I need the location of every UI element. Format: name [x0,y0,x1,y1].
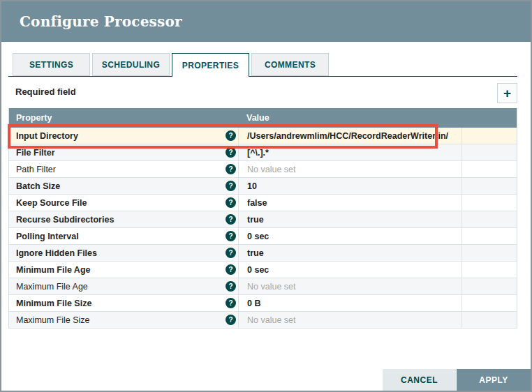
property-row[interactable]: Keep Source File?false [9,195,517,211]
property-name: Batch Size [16,181,60,191]
property-value-cell[interactable]: No value set [238,312,461,328]
property-name: Input Directory [16,131,78,141]
help-icon[interactable]: ? [226,130,236,141]
tab-settings[interactable]: SETTINGS [13,53,90,76]
property-name: Minimum File Size [16,299,91,308]
property-row[interactable]: Input Directory?/Users/andrewmlim/HCC/Re… [9,128,517,144]
property-value-cell[interactable]: [^\.].* [238,144,461,160]
row-actions-cell [461,262,517,278]
row-actions-cell [461,245,517,261]
row-actions-cell [461,161,517,177]
property-name: Maximum File Age [16,282,88,292]
property-name-cell: Maximum File Age? [9,278,238,294]
row-actions-cell [461,195,517,211]
help-icon[interactable]: ? [226,164,236,174]
property-value-cell[interactable]: true [238,245,461,261]
property-row[interactable]: Minimum File Age?0 sec [9,262,517,278]
property-name-cell: Polling Interval? [9,228,238,244]
property-name-cell: Batch Size? [9,178,238,194]
property-value: 0 B [247,299,260,308]
dialog-header: Configure Processor [1,1,531,42]
property-value: true [247,215,264,225]
property-name-cell: Recurse Subdirectories? [9,211,238,227]
tab-bar: SETTINGS SCHEDULING PROPERTIES COMMENTS [13,53,331,77]
property-value-cell[interactable]: No value set [238,278,461,294]
property-value-cell[interactable]: No value set [238,161,461,177]
help-icon[interactable]: ? [226,281,236,292]
table-header-row: Property Value [9,108,517,128]
properties-table-body: Input Directory?/Users/andrewmlim/HCC/Re… [9,128,517,329]
property-value: true [247,248,264,258]
property-value: 10 [247,181,257,191]
help-icon[interactable]: ? [226,298,236,308]
property-name-cell: File Filter? [9,144,238,160]
tab-underline [8,76,517,77]
property-name: Keep Source File [16,198,87,208]
property-name-cell: Minimum File Age? [9,262,238,278]
property-name-cell: Keep Source File? [9,195,238,211]
property-row[interactable]: Minimum File Size?0 B [9,295,517,312]
property-name: Ignore Hidden Files [16,248,97,258]
property-value: No value set [247,282,295,292]
property-value: 0 sec [247,232,269,241]
property-name: File Filter [16,148,55,158]
property-name: Minimum File Age [16,265,91,275]
row-actions-cell [461,144,517,160]
help-icon[interactable]: ? [226,181,236,191]
property-value-cell[interactable]: 0 B [238,295,461,311]
help-icon[interactable]: ? [226,197,236,208]
property-row[interactable]: File Filter?[^\.].* [9,144,517,161]
tab-properties[interactable]: PROPERTIES [172,53,249,77]
row-actions-cell [461,278,517,294]
property-value-cell[interactable]: 0 sec [238,228,461,244]
row-actions-cell [461,211,517,227]
column-header-value: Value [238,113,461,123]
property-name-cell: Maximum File Size? [9,312,238,328]
property-value: false [247,198,267,208]
help-icon[interactable]: ? [226,231,236,241]
configure-processor-dialog: Configure Processor SETTINGS SCHEDULING … [0,0,532,392]
row-actions-cell [461,295,517,311]
property-row[interactable]: Batch Size?10 [9,178,517,195]
properties-table: Property Value Input Directory?/Users/an… [8,108,517,329]
property-name: Polling Interval [16,232,79,241]
property-row[interactable]: Maximum File Size?No value set [9,312,517,329]
property-value: No value set [247,315,295,325]
property-value-cell[interactable]: 0 sec [238,262,461,278]
property-row[interactable]: Ignore Hidden Files?true [9,245,517,262]
property-value: [^\.].* [247,148,269,158]
property-value: 0 sec [247,265,269,275]
property-value: /Users/andrewmlim/HCC/RecordReaderWriter… [247,131,448,141]
property-name-cell: Minimum File Size? [9,295,238,311]
help-icon[interactable]: ? [226,315,236,325]
row-actions-cell [461,128,517,144]
plus-icon: + [503,86,511,100]
row-actions-cell [461,312,517,328]
property-value-cell[interactable]: /Users/andrewmlim/HCC/RecordReaderWriter… [238,128,461,144]
property-name-cell: Path Filter? [9,161,238,177]
tab-comments[interactable]: COMMENTS [251,53,329,76]
property-name: Maximum File Size [16,315,90,325]
required-field-label: Required field [15,86,76,97]
property-value-cell[interactable]: false [238,195,461,211]
property-value-cell[interactable]: 10 [238,178,461,194]
add-property-button[interactable]: + [497,83,517,103]
dialog-title: Configure Processor [20,13,182,30]
help-icon[interactable]: ? [226,264,236,275]
tab-scheduling[interactable]: SCHEDULING [92,53,170,76]
cancel-button[interactable]: CANCEL [383,369,456,391]
property-row[interactable]: Polling Interval?0 sec [9,228,517,245]
help-icon[interactable]: ? [226,147,236,158]
apply-button[interactable]: APPLY [457,369,531,391]
property-name-cell: Input Directory? [9,128,238,144]
property-name: Recurse Subdirectories [16,215,114,225]
property-name: Path Filter [16,165,56,174]
help-icon[interactable]: ? [226,248,236,258]
help-icon[interactable]: ? [226,214,236,225]
property-row[interactable]: Maximum File Age?No value set [9,278,517,295]
property-value-cell[interactable]: true [238,211,461,227]
property-value: No value set [247,165,295,174]
property-row[interactable]: Recurse Subdirectories?true [9,211,517,228]
property-row[interactable]: Path Filter?No value set [9,161,517,178]
row-actions-cell [461,178,517,194]
